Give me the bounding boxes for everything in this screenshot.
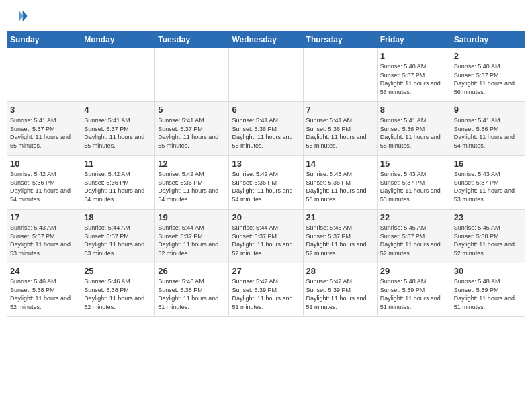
day-number: 17 bbox=[10, 212, 78, 222]
day-number: 24 bbox=[10, 266, 78, 276]
week-row-0: 1Sunrise: 5:40 AM Sunset: 5:37 PM Daylig… bbox=[7, 48, 525, 102]
day-number: 26 bbox=[158, 266, 226, 276]
calendar-cell bbox=[155, 48, 229, 102]
day-info: Sunrise: 5:44 AM Sunset: 5:37 PM Dayligh… bbox=[232, 224, 300, 257]
day-info: Sunrise: 5:41 AM Sunset: 5:36 PM Dayligh… bbox=[232, 116, 300, 150]
calendar-cell: 8Sunrise: 5:41 AM Sunset: 5:36 PM Daylig… bbox=[377, 102, 451, 156]
day-number: 30 bbox=[454, 266, 522, 276]
day-number: 11 bbox=[84, 158, 152, 169]
day-number: 18 bbox=[84, 212, 152, 222]
day-number: 23 bbox=[454, 212, 522, 222]
calendar-cell: 24Sunrise: 5:46 AM Sunset: 5:38 PM Dayli… bbox=[7, 263, 81, 317]
day-info: Sunrise: 5:47 AM Sunset: 5:39 PM Dayligh… bbox=[232, 277, 300, 311]
day-number: 16 bbox=[454, 158, 522, 169]
day-info: Sunrise: 5:46 AM Sunset: 5:38 PM Dayligh… bbox=[10, 277, 78, 311]
week-row-3: 17Sunrise: 5:43 AM Sunset: 5:37 PM Dayli… bbox=[7, 210, 525, 263]
week-row-1: 3Sunrise: 5:41 AM Sunset: 5:37 PM Daylig… bbox=[7, 102, 525, 156]
calendar-cell: 23Sunrise: 5:45 AM Sunset: 5:38 PM Dayli… bbox=[451, 210, 525, 263]
col-header-friday: Friday bbox=[377, 32, 451, 48]
calendar-cell: 9Sunrise: 5:41 AM Sunset: 5:36 PM Daylig… bbox=[451, 102, 525, 156]
calendar-cell: 11Sunrise: 5:42 AM Sunset: 5:36 PM Dayli… bbox=[81, 156, 155, 210]
day-number: 14 bbox=[306, 158, 374, 169]
day-info: Sunrise: 5:44 AM Sunset: 5:37 PM Dayligh… bbox=[84, 224, 152, 257]
col-header-wednesday: Wednesday bbox=[229, 32, 303, 48]
day-number: 4 bbox=[84, 105, 152, 115]
day-info: Sunrise: 5:41 AM Sunset: 5:36 PM Dayligh… bbox=[306, 116, 374, 150]
calendar-cell: 27Sunrise: 5:47 AM Sunset: 5:39 PM Dayli… bbox=[229, 263, 303, 317]
calendar-cell: 12Sunrise: 5:42 AM Sunset: 5:36 PM Dayli… bbox=[155, 156, 229, 210]
day-info: Sunrise: 5:41 AM Sunset: 5:37 PM Dayligh… bbox=[84, 116, 152, 150]
day-info: Sunrise: 5:41 AM Sunset: 5:37 PM Dayligh… bbox=[158, 116, 226, 150]
day-info: Sunrise: 5:45 AM Sunset: 5:37 PM Dayligh… bbox=[380, 224, 448, 257]
calendar-cell: 16Sunrise: 5:43 AM Sunset: 5:37 PM Dayli… bbox=[451, 156, 525, 210]
day-number: 3 bbox=[10, 105, 78, 115]
day-number: 5 bbox=[158, 105, 226, 115]
day-number: 29 bbox=[380, 266, 448, 276]
day-number: 25 bbox=[84, 266, 152, 276]
week-row-4: 24Sunrise: 5:46 AM Sunset: 5:38 PM Dayli… bbox=[7, 263, 525, 317]
calendar-cell: 10Sunrise: 5:42 AM Sunset: 5:36 PM Dayli… bbox=[7, 156, 81, 210]
day-info: Sunrise: 5:44 AM Sunset: 5:37 PM Dayligh… bbox=[158, 224, 226, 257]
day-info: Sunrise: 5:47 AM Sunset: 5:39 PM Dayligh… bbox=[306, 277, 374, 311]
day-number: 15 bbox=[380, 158, 448, 169]
calendar-cell: 28Sunrise: 5:47 AM Sunset: 5:39 PM Dayli… bbox=[303, 263, 377, 317]
day-number: 8 bbox=[380, 105, 448, 115]
calendar-cell bbox=[229, 48, 303, 102]
day-number: 12 bbox=[158, 158, 226, 169]
day-info: Sunrise: 5:46 AM Sunset: 5:38 PM Dayligh… bbox=[84, 277, 152, 311]
calendar-cell: 19Sunrise: 5:44 AM Sunset: 5:37 PM Dayli… bbox=[155, 210, 229, 263]
calendar-cell: 3Sunrise: 5:41 AM Sunset: 5:37 PM Daylig… bbox=[7, 102, 81, 156]
day-info: Sunrise: 5:40 AM Sunset: 5:37 PM Dayligh… bbox=[380, 62, 448, 96]
day-info: Sunrise: 5:41 AM Sunset: 5:36 PM Dayligh… bbox=[454, 116, 522, 150]
day-number: 1 bbox=[380, 51, 448, 61]
calendar-cell bbox=[303, 48, 377, 102]
calendar-cell: 1Sunrise: 5:40 AM Sunset: 5:37 PM Daylig… bbox=[377, 48, 451, 102]
calendar-header: SundayMondayTuesdayWednesdayThursdayFrid… bbox=[7, 32, 525, 48]
calendar-cell: 6Sunrise: 5:41 AM Sunset: 5:36 PM Daylig… bbox=[229, 102, 303, 156]
day-number: 2 bbox=[454, 51, 522, 61]
page-header bbox=[7, 7, 525, 26]
day-info: Sunrise: 5:41 AM Sunset: 5:36 PM Dayligh… bbox=[380, 116, 448, 150]
day-info: Sunrise: 5:46 AM Sunset: 5:38 PM Dayligh… bbox=[158, 277, 226, 311]
day-number: 9 bbox=[454, 105, 522, 115]
calendar-cell: 25Sunrise: 5:46 AM Sunset: 5:38 PM Dayli… bbox=[81, 263, 155, 317]
day-info: Sunrise: 5:42 AM Sunset: 5:36 PM Dayligh… bbox=[84, 170, 152, 203]
calendar-cell: 4Sunrise: 5:41 AM Sunset: 5:37 PM Daylig… bbox=[81, 102, 155, 156]
day-info: Sunrise: 5:43 AM Sunset: 5:37 PM Dayligh… bbox=[10, 224, 78, 257]
day-number: 13 bbox=[232, 158, 300, 169]
calendar-cell: 21Sunrise: 5:45 AM Sunset: 5:37 PM Dayli… bbox=[303, 210, 377, 263]
col-header-monday: Monday bbox=[81, 32, 155, 48]
calendar-cell: 18Sunrise: 5:44 AM Sunset: 5:37 PM Dayli… bbox=[81, 210, 155, 263]
day-number: 21 bbox=[306, 212, 374, 222]
col-header-tuesday: Tuesday bbox=[155, 32, 229, 48]
col-header-saturday: Saturday bbox=[451, 32, 525, 48]
day-info: Sunrise: 5:42 AM Sunset: 5:36 PM Dayligh… bbox=[232, 170, 300, 203]
day-info: Sunrise: 5:45 AM Sunset: 5:37 PM Dayligh… bbox=[306, 224, 374, 257]
day-info: Sunrise: 5:43 AM Sunset: 5:36 PM Dayligh… bbox=[306, 170, 374, 203]
calendar-cell: 5Sunrise: 5:41 AM Sunset: 5:37 PM Daylig… bbox=[155, 102, 229, 156]
calendar-cell: 14Sunrise: 5:43 AM Sunset: 5:36 PM Dayli… bbox=[303, 156, 377, 210]
day-number: 27 bbox=[232, 266, 300, 276]
day-info: Sunrise: 5:48 AM Sunset: 5:39 PM Dayligh… bbox=[454, 277, 522, 311]
calendar-cell: 15Sunrise: 5:43 AM Sunset: 5:37 PM Dayli… bbox=[377, 156, 451, 210]
day-info: Sunrise: 5:40 AM Sunset: 5:37 PM Dayligh… bbox=[454, 62, 522, 96]
calendar-cell: 2Sunrise: 5:40 AM Sunset: 5:37 PM Daylig… bbox=[451, 48, 525, 102]
calendar-cell: 30Sunrise: 5:48 AM Sunset: 5:39 PM Dayli… bbox=[451, 263, 525, 317]
calendar-body: 1Sunrise: 5:40 AM Sunset: 5:37 PM Daylig… bbox=[7, 48, 525, 317]
day-info: Sunrise: 5:42 AM Sunset: 5:36 PM Dayligh… bbox=[158, 170, 226, 203]
calendar-cell: 13Sunrise: 5:42 AM Sunset: 5:36 PM Dayli… bbox=[229, 156, 303, 210]
calendar-cell: 26Sunrise: 5:46 AM Sunset: 5:38 PM Dayli… bbox=[155, 263, 229, 317]
day-number: 28 bbox=[306, 266, 374, 276]
day-number: 20 bbox=[232, 212, 300, 222]
day-number: 10 bbox=[10, 158, 78, 169]
day-number: 22 bbox=[380, 212, 448, 222]
day-number: 19 bbox=[158, 212, 226, 222]
calendar-cell bbox=[7, 48, 81, 102]
calendar-cell: 29Sunrise: 5:48 AM Sunset: 5:39 PM Dayli… bbox=[377, 263, 451, 317]
day-info: Sunrise: 5:43 AM Sunset: 5:37 PM Dayligh… bbox=[380, 170, 448, 203]
logo-icon bbox=[9, 7, 28, 26]
day-number: 6 bbox=[232, 105, 300, 115]
calendar-table: SundayMondayTuesdayWednesdayThursdayFrid… bbox=[7, 31, 525, 317]
header-row: SundayMondayTuesdayWednesdayThursdayFrid… bbox=[7, 32, 525, 48]
col-header-sunday: Sunday bbox=[7, 32, 81, 48]
